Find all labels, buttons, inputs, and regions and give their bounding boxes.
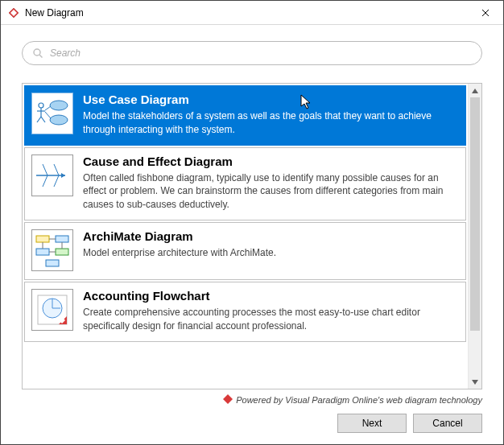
svg-marker-14 [61,173,65,178]
svg-rect-19 [36,236,49,242]
app-icon [7,6,20,19]
footer-note-text: Powered by Visual Paradigm Online's web … [236,395,482,405]
diagram-thumb-icon [31,155,73,196]
svg-line-16 [54,164,59,175]
svg-rect-20 [56,236,68,242]
svg-point-9 [50,101,68,110]
diagram-item-desc: Create comprehensive accounting processe… [83,306,459,333]
svg-rect-23 [46,260,59,266]
titlebar: New Diagram [1,1,503,25]
svg-point-4 [39,103,43,108]
search-box[interactable] [22,41,482,65]
svg-rect-22 [56,249,68,255]
scroll-thumb[interactable] [470,97,480,331]
footer-note: Powered by Visual Paradigm Online's web … [22,394,482,406]
diagram-thumb-icon [31,289,73,331]
svg-line-15 [43,164,48,175]
svg-marker-32 [472,89,478,93]
diagram-thumb-icon [31,229,73,271]
close-button[interactable] [467,1,503,25]
diagram-item-archimate[interactable]: ArchiMate Diagram Model enterprise archi… [24,222,466,280]
dialog-content: Use Case Diagram Model the stakeholders … [1,25,503,406]
next-button[interactable]: Next [337,414,407,433]
svg-line-11 [45,106,51,110]
svg-point-2 [34,49,40,56]
diagram-item-title: Accounting Flowchart [83,289,459,303]
svg-marker-33 [472,380,478,385]
svg-line-7 [37,117,41,122]
cancel-button[interactable]: Cancel [413,414,482,433]
svg-marker-34 [223,394,233,404]
dialog-buttons: Next Cancel [1,406,503,444]
scroll-up-button[interactable] [469,84,481,97]
svg-line-17 [43,175,48,187]
svg-rect-21 [36,249,49,255]
diagram-item-cause-effect[interactable]: Cause and Effect Diagram Often called fi… [24,147,466,220]
diagram-item-title: Use Case Diagram [83,93,459,106]
scroll-down-button[interactable] [469,375,481,389]
svg-line-8 [41,117,45,122]
diagram-item-desc: Often called fishbone diagram, typically… [83,171,459,212]
svg-line-12 [45,112,51,118]
diagram-list: Use Case Diagram Model the stakeholders … [23,84,468,389]
vp-icon [223,394,233,406]
search-icon [32,47,43,59]
diagram-item-title: ArchiMate Diagram [83,229,459,243]
diagram-item-desc: Model the stakeholders of a system as we… [83,109,459,137]
diagram-thumb-icon [31,93,73,134]
diagram-item-title: Cause and Effect Diagram [83,155,459,168]
svg-point-10 [50,115,68,125]
search-input[interactable] [48,47,472,60]
svg-line-3 [39,55,43,58]
diagram-item-accounting[interactable]: Accounting Flowchart Create comprehensiv… [24,282,466,342]
scrollbar[interactable] [468,84,481,389]
diagram-item-desc: Model enterprise architecture with Archi… [83,246,459,260]
diagram-list-container: Use Case Diagram Model the stakeholders … [22,83,482,389]
window-title: New Diagram [25,7,84,19]
diagram-item-use-case[interactable]: Use Case Diagram Model the stakeholders … [24,85,466,146]
svg-line-18 [54,175,59,187]
